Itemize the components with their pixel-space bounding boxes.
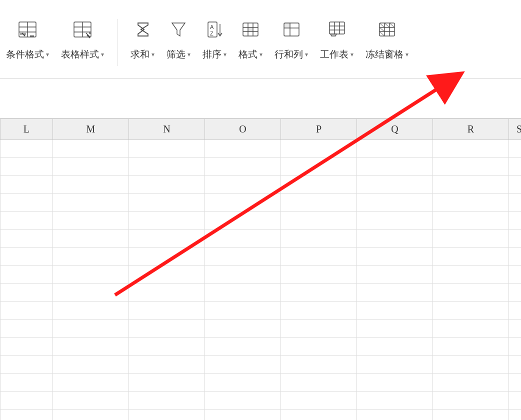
cell[interactable] <box>509 410 521 420</box>
cell[interactable] <box>509 320 521 338</box>
cell[interactable] <box>0 374 53 392</box>
cell[interactable] <box>0 158 53 176</box>
cell[interactable] <box>356 410 432 420</box>
cell[interactable] <box>280 158 356 176</box>
cell[interactable] <box>509 284 521 302</box>
cell[interactable] <box>433 302 509 320</box>
sort-button[interactable]: A Z 排序 ▾ <box>196 16 232 61</box>
rows-cols-button[interactable]: 行和列 ▾ <box>268 16 314 61</box>
cell[interactable] <box>433 230 509 248</box>
cell[interactable] <box>356 338 432 356</box>
filter-button[interactable]: 筛选 ▾ <box>160 16 196 61</box>
cell[interactable] <box>356 374 432 392</box>
cell[interactable] <box>52 284 128 302</box>
cell[interactable] <box>128 176 204 194</box>
cell[interactable] <box>356 392 432 410</box>
cell[interactable] <box>509 230 521 248</box>
cell[interactable] <box>0 284 53 302</box>
cell[interactable] <box>356 194 432 212</box>
cell[interactable] <box>204 158 280 176</box>
cell[interactable] <box>52 302 128 320</box>
cell[interactable] <box>280 230 356 248</box>
sum-button[interactable]: 求和 ▾ <box>124 16 160 61</box>
cell[interactable] <box>509 158 521 176</box>
cell[interactable] <box>204 356 280 374</box>
cell[interactable] <box>280 248 356 266</box>
cell[interactable] <box>280 284 356 302</box>
cell[interactable] <box>204 410 280 420</box>
cell[interactable] <box>128 212 204 230</box>
cell[interactable] <box>204 338 280 356</box>
cell[interactable] <box>52 392 128 410</box>
formula-bar-area[interactable] <box>0 78 521 118</box>
cell[interactable] <box>128 158 204 176</box>
cell[interactable] <box>204 194 280 212</box>
cell[interactable] <box>52 320 128 338</box>
cell[interactable] <box>356 356 432 374</box>
cell[interactable] <box>280 356 356 374</box>
freeze-panes-button[interactable]: 冻结窗格 ▾ <box>360 16 414 61</box>
cell[interactable] <box>0 320 53 338</box>
cell[interactable] <box>204 230 280 248</box>
cell[interactable] <box>52 176 128 194</box>
cell[interactable] <box>433 320 509 338</box>
cell[interactable] <box>0 140 53 158</box>
cell[interactable] <box>0 194 53 212</box>
cell[interactable] <box>509 302 521 320</box>
cell[interactable] <box>52 140 128 158</box>
cell[interactable] <box>509 248 521 266</box>
cell[interactable] <box>509 176 521 194</box>
cell[interactable] <box>433 266 509 284</box>
cell[interactable] <box>356 248 432 266</box>
column-header[interactable]: M <box>52 119 128 140</box>
cell[interactable] <box>356 302 432 320</box>
cell[interactable] <box>52 230 128 248</box>
cell[interactable] <box>433 176 509 194</box>
cell[interactable] <box>433 248 509 266</box>
cell[interactable] <box>204 374 280 392</box>
cell[interactable] <box>128 410 204 420</box>
cell[interactable] <box>280 140 356 158</box>
grid-table[interactable]: L M N O P Q R S <box>0 118 521 420</box>
cell[interactable] <box>204 284 280 302</box>
table-style-button[interactable]: 表格样式 ▾ <box>55 16 110 61</box>
cell[interactable] <box>509 194 521 212</box>
cell[interactable] <box>204 212 280 230</box>
cell[interactable] <box>128 374 204 392</box>
cell[interactable] <box>0 248 53 266</box>
cell[interactable] <box>280 392 356 410</box>
cell[interactable] <box>280 374 356 392</box>
cell[interactable] <box>52 374 128 392</box>
column-header[interactable]: P <box>280 119 356 140</box>
cell[interactable] <box>0 266 53 284</box>
cell[interactable] <box>204 392 280 410</box>
cell[interactable] <box>0 212 53 230</box>
column-header[interactable]: S <box>509 119 521 140</box>
cell[interactable] <box>356 158 432 176</box>
cell[interactable] <box>128 248 204 266</box>
cell[interactable] <box>0 230 53 248</box>
column-header[interactable]: L <box>0 119 53 140</box>
cell[interactable] <box>280 176 356 194</box>
cell[interactable] <box>128 194 204 212</box>
cell[interactable] <box>280 302 356 320</box>
cell[interactable] <box>433 392 509 410</box>
cell[interactable] <box>0 302 53 320</box>
column-header[interactable]: Q <box>356 119 432 140</box>
cell[interactable] <box>204 176 280 194</box>
cell[interactable] <box>204 320 280 338</box>
format-button[interactable]: 格式 ▾ <box>232 16 268 61</box>
cell[interactable] <box>52 212 128 230</box>
cell[interactable] <box>128 302 204 320</box>
cell[interactable] <box>509 392 521 410</box>
cell[interactable] <box>128 230 204 248</box>
cell[interactable] <box>204 302 280 320</box>
cell[interactable] <box>128 140 204 158</box>
cell[interactable] <box>204 140 280 158</box>
cell[interactable] <box>280 194 356 212</box>
cell[interactable] <box>509 356 521 374</box>
cell[interactable] <box>128 392 204 410</box>
cell[interactable] <box>356 176 432 194</box>
cell[interactable] <box>204 248 280 266</box>
cell[interactable] <box>433 212 509 230</box>
